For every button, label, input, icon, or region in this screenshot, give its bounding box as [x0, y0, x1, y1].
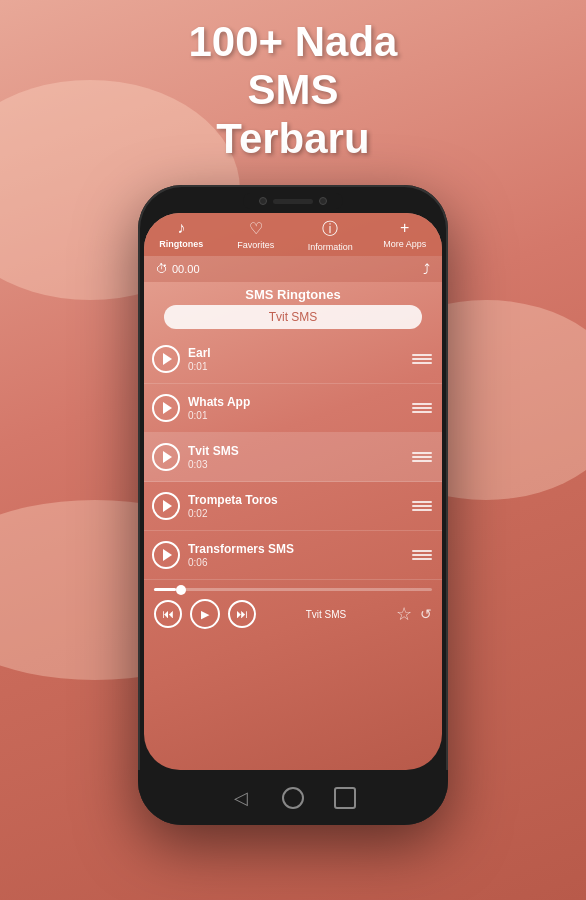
- timer-icon: ⏱: [156, 262, 168, 276]
- title-line3: Terbaru: [216, 115, 369, 162]
- play-triangle-3: [163, 451, 172, 463]
- song-duration-1: 0:01: [188, 361, 404, 372]
- song-info-3: Tvit SMS 0:03: [188, 444, 404, 470]
- song-name-1: Earl: [188, 346, 404, 360]
- play-button-3[interactable]: [152, 443, 180, 471]
- play-button-4[interactable]: [152, 492, 180, 520]
- play-triangle-2: [163, 402, 172, 414]
- home-button[interactable]: [282, 787, 304, 809]
- selected-track-pill: Tvit SMS: [164, 305, 422, 329]
- phone-notch: [243, 193, 343, 209]
- progress-bar-fill: [154, 588, 176, 591]
- song-duration-4: 0:02: [188, 508, 404, 519]
- play-button-2[interactable]: [152, 394, 180, 422]
- ringtones-label: Ringtones: [159, 239, 203, 249]
- song-item-1: Earl 0:01: [144, 335, 442, 384]
- tab-information[interactable]: ⓘ Information: [293, 219, 368, 252]
- progress-bar-bg: [154, 588, 432, 591]
- app-nav: ♪ Ringtones ♡ Favorites ⓘ Information + …: [144, 213, 442, 256]
- player-controls: ⏮ ▶ ⏭ Tvit SMS ☆ ↺: [144, 595, 442, 635]
- page-title: 100+ Nada SMS Terbaru: [0, 18, 586, 163]
- song-info-1: Earl 0:01: [188, 346, 404, 372]
- favorites-label: Favorites: [237, 240, 274, 250]
- more-apps-icon: +: [400, 219, 409, 237]
- ringtones-icon: ♪: [177, 219, 185, 237]
- timer-value: 00.00: [172, 263, 200, 275]
- phone-frame: ♪ Ringtones ♡ Favorites ⓘ Information + …: [138, 185, 448, 825]
- speaker-bar: [273, 199, 313, 204]
- song-item-4: Trompeta Toros 0:02: [144, 482, 442, 531]
- progress-dot: [176, 585, 186, 595]
- song-duration-5: 0:06: [188, 557, 404, 568]
- song-duration-2: 0:01: [188, 410, 404, 421]
- song-menu-3[interactable]: [412, 452, 432, 462]
- title-line1: 100+ Nada: [189, 18, 398, 65]
- song-name-4: Trompeta Toros: [188, 493, 404, 507]
- recents-button[interactable]: [334, 787, 356, 809]
- song-info-2: Whats App 0:01: [188, 395, 404, 421]
- song-info-5: Transformers SMS 0:06: [188, 542, 404, 568]
- phone-bottom-nav: ◁: [138, 770, 448, 825]
- song-info-4: Trompeta Toros 0:02: [188, 493, 404, 519]
- play-triangle-4: [163, 500, 172, 512]
- camera-dot-2: [319, 197, 327, 205]
- song-item-5: Transformers SMS 0:06: [144, 531, 442, 580]
- repeat-button[interactable]: ↺: [420, 606, 432, 622]
- song-name-5: Transformers SMS: [188, 542, 404, 556]
- camera-dot: [259, 197, 267, 205]
- song-menu-5[interactable]: [412, 550, 432, 560]
- song-list: Earl 0:01 Whats App 0:01: [144, 335, 442, 580]
- next-button[interactable]: ⏭: [228, 600, 256, 628]
- favorite-button[interactable]: ☆: [396, 603, 412, 625]
- song-item-2: Whats App 0:01: [144, 384, 442, 433]
- section-title: SMS Ringtones: [144, 282, 442, 305]
- title-line2: SMS: [247, 66, 338, 113]
- phone-screen: ♪ Ringtones ♡ Favorites ⓘ Information + …: [144, 213, 442, 770]
- play-pause-button[interactable]: ▶: [190, 599, 220, 629]
- more-apps-label: More Apps: [383, 239, 426, 249]
- song-menu-2[interactable]: [412, 403, 432, 413]
- share-icon[interactable]: ⤴: [423, 261, 430, 277]
- timer-display: ⏱ 00.00: [156, 262, 200, 276]
- back-button[interactable]: ◁: [230, 787, 252, 809]
- play-button-5[interactable]: [152, 541, 180, 569]
- play-button-1[interactable]: [152, 345, 180, 373]
- song-name-3: Tvit SMS: [188, 444, 404, 458]
- play-triangle-1: [163, 353, 172, 365]
- prev-button[interactable]: ⏮: [154, 600, 182, 628]
- song-menu-4[interactable]: [412, 501, 432, 511]
- progress-bar-container[interactable]: [144, 580, 442, 595]
- song-duration-3: 0:03: [188, 459, 404, 470]
- song-menu-1[interactable]: [412, 354, 432, 364]
- song-item-3: Tvit SMS 0:03: [144, 433, 442, 482]
- information-label: Information: [308, 242, 353, 252]
- information-icon: ⓘ: [322, 219, 338, 240]
- player-track-name: Tvit SMS: [264, 609, 388, 620]
- timer-bar: ⏱ 00.00 ⤴: [144, 256, 442, 282]
- tab-more-apps[interactable]: + More Apps: [368, 219, 443, 252]
- song-name-2: Whats App: [188, 395, 404, 409]
- tab-favorites[interactable]: ♡ Favorites: [219, 219, 294, 252]
- favorites-icon: ♡: [249, 219, 263, 238]
- play-triangle-5: [163, 549, 172, 561]
- tab-ringtones[interactable]: ♪ Ringtones: [144, 219, 219, 252]
